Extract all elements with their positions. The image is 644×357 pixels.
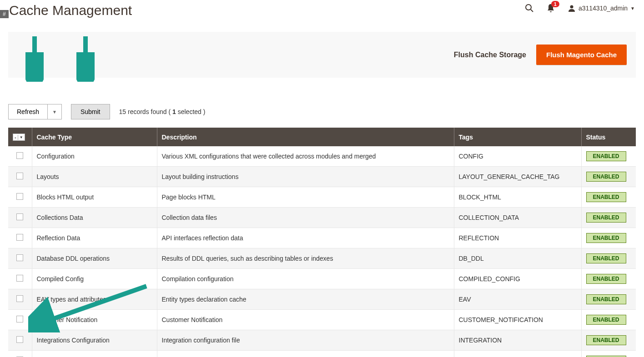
refresh-dropdown-caret[interactable]: ▼ [47,104,61,119]
row-checkbox[interactable] [16,152,23,159]
row-checkbox-cell [8,310,32,330]
row-checkbox[interactable] [16,254,23,261]
cache-type-cell: Integrations Configuration [32,330,157,351]
table-row[interactable]: Customer NotificationCustomer Notificati… [8,310,636,330]
tags-cell: EAV [454,289,581,310]
row-checkbox-cell [8,248,32,269]
hash-tag: # [0,10,9,18]
tags-cell: REFLECTION [454,228,581,248]
description-cell: Integrations API configuration file [157,351,454,357]
description-cell: Integration configuration file [157,330,454,351]
row-checkbox-cell [8,269,32,289]
table-row[interactable]: LayoutsLayout building instructionsLAYOU… [8,167,636,187]
table-row[interactable]: Database DDL operationsResults of DDL qu… [8,248,636,269]
description-cell: API interfaces reflection data [157,228,454,248]
table-row[interactable]: Compiled ConfigCompilation configuration… [8,269,636,289]
status-badge: ENABLED [586,172,626,182]
description-cell: Results of DDL queries, such as describi… [157,248,454,269]
cache-type-cell: Reflection Data [32,228,157,248]
column-header-description[interactable]: Description [157,128,454,146]
row-checkbox-cell [8,228,32,248]
table-row[interactable]: ConfigurationVarious XML configurations … [8,146,636,167]
status-badge: ENABLED [586,233,626,243]
flush-cache-storage-button[interactable]: Flush Cache Storage [454,51,526,59]
row-checkbox[interactable] [16,234,23,241]
description-cell: Entity types declaration cache [157,289,454,310]
table-row[interactable]: Collections DataCollection data filesCOL… [8,208,636,228]
cache-type-cell: Blocks HTML output [32,187,157,208]
refresh-action-select[interactable]: Refresh ▼ [8,104,62,119]
caret-down-icon: ▼ [630,6,635,11]
notification-badge: 1 [551,1,559,7]
status-badge: ENABLED [586,192,626,202]
table-row[interactable]: Blocks HTML outputPage blocks HTMLBLOCK_… [8,187,636,208]
select-all-toggle[interactable]: -▼ [13,134,25,141]
status-cell: ENABLED [581,228,636,248]
row-checkbox-cell [8,330,32,351]
action-toolbar: Flush Cache Storage Flush Magento Cache [8,32,636,78]
row-checkbox-cell [8,208,32,228]
column-header-select: -▼ [8,128,32,146]
row-checkbox[interactable] [16,295,23,302]
cache-type-cell: Customer Notification [32,310,157,330]
status-cell: ENABLED [581,208,636,228]
row-checkbox[interactable] [16,316,23,322]
table-row[interactable]: Integrations API ConfigurationIntegratio… [8,351,636,357]
column-header-status[interactable]: Status [581,128,636,146]
row-checkbox[interactable] [16,336,23,343]
description-cell: Page blocks HTML [157,187,454,208]
row-checkbox[interactable] [16,213,23,220]
status-badge: ENABLED [586,151,626,161]
column-header-cache-type[interactable]: Cache Type [32,128,157,146]
table-row[interactable]: Integrations ConfigurationIntegration co… [8,330,636,351]
cache-type-cell: Configuration [32,146,157,167]
row-checkbox-cell [8,351,32,357]
cache-type-cell: Collections Data [32,208,157,228]
cache-table: -▼ Cache Type Description Tags Status Co… [8,128,636,357]
row-checkbox-cell [8,167,32,187]
status-cell: ENABLED [581,187,636,208]
flush-magento-cache-button[interactable]: Flush Magento Cache [536,45,627,65]
column-header-tags[interactable]: Tags [454,128,581,146]
status-cell: ENABLED [581,269,636,289]
cache-type-cell: EAV types and attributes [32,289,157,310]
row-checkbox[interactable] [16,275,23,282]
status-badge: ENABLED [586,213,626,223]
description-cell: Compilation configuration [157,269,454,289]
table-row[interactable]: EAV types and attributesEntity types dec… [8,289,636,310]
row-checkbox-cell [8,289,32,310]
notifications-button[interactable]: 1 [547,4,555,13]
refresh-button[interactable]: Refresh [9,104,47,119]
row-checkbox[interactable] [16,173,23,179]
status-cell: ENABLED [581,248,636,269]
status-badge: ENABLED [586,274,626,284]
records-found-text: 15 records found ( 1 selected ) [119,108,206,115]
row-checkbox[interactable] [16,193,23,200]
status-badge: ENABLED [586,315,626,325]
status-badge: ENABLED [586,335,626,345]
status-cell: ENABLED [581,310,636,330]
table-row[interactable]: Reflection DataAPI interfaces reflection… [8,228,636,248]
submit-button[interactable]: Submit [71,104,110,119]
search-icon[interactable] [525,4,534,13]
username-label: a3114310_admin [579,5,628,12]
user-menu[interactable]: a3114310_admin ▼ [568,4,635,12]
controls-row: Refresh ▼ Submit 15 records found ( 1 se… [0,78,644,128]
status-cell: ENABLED [581,146,636,167]
status-cell: ENABLED [581,351,636,357]
description-cell: Layout building instructions [157,167,454,187]
tags-cell: INTEGRATION [454,330,581,351]
tags-cell: LAYOUT_GENERAL_CACHE_TAG [454,167,581,187]
tags-cell: DB_DDL [454,248,581,269]
user-icon [568,4,576,12]
row-checkbox-cell [8,187,32,208]
tags-cell: BLOCK_HTML [454,187,581,208]
description-cell: Collection data files [157,208,454,228]
description-cell: Customer Notification [157,310,454,330]
cache-type-cell: Database DDL operations [32,248,157,269]
row-checkbox-cell [8,146,32,167]
cache-type-cell: Integrations API Configuration [32,351,157,357]
status-cell: ENABLED [581,289,636,310]
tags-cell: CONFIG [454,146,581,167]
svg-point-0 [526,5,531,10]
